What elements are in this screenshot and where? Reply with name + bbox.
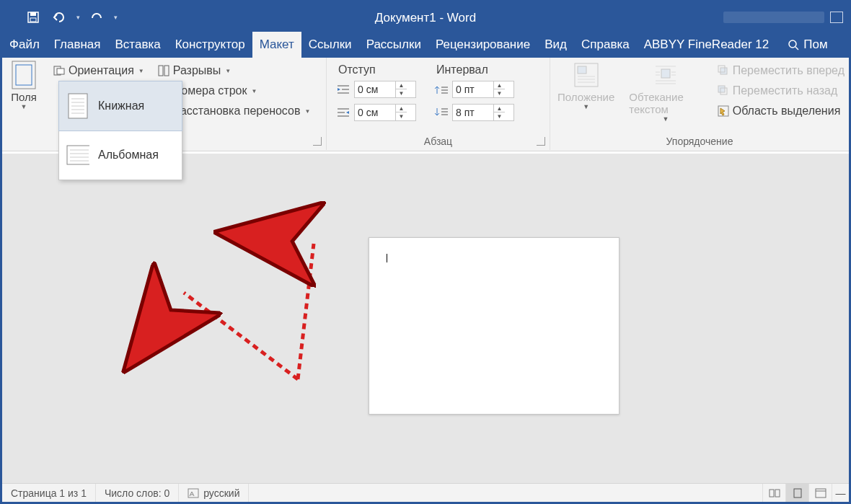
spacing-before-input[interactable] <box>453 84 493 95</box>
group-paragraph: Отступ ▲▼ ▲▼ Интервал <box>327 58 550 150</box>
breaks-button[interactable]: Разрывы ▼ <box>153 61 315 81</box>
landscape-icon <box>66 141 89 169</box>
svg-rect-44 <box>718 86 725 92</box>
margins-button[interactable]: Поля ▼ <box>2 58 45 121</box>
page-setup-launcher[interactable] <box>313 137 322 146</box>
view-web-layout[interactable] <box>808 484 832 503</box>
tab-file[interactable]: Файл <box>2 32 47 58</box>
chevron-down-icon: ▼ <box>225 68 231 74</box>
status-language-label: русский <box>203 487 239 499</box>
svg-rect-61 <box>770 490 774 497</box>
undo-icon[interactable] <box>50 8 69 27</box>
tab-abbyy[interactable]: ABBYY FineReader 12 <box>637 32 777 58</box>
portrait-icon <box>66 92 89 120</box>
landscape-label: Альбомная <box>98 149 159 162</box>
spin-down-icon[interactable]: ▼ <box>494 112 505 120</box>
tab-mailings[interactable]: Рассылки <box>359 32 428 58</box>
position-label: Положение <box>557 91 614 103</box>
indent-left-input[interactable] <box>355 84 395 95</box>
chevron-down-icon: ▼ <box>663 115 669 123</box>
status-bar: Страница 1 из 1 Число слов: 0 русский — <box>2 483 849 502</box>
svg-rect-42 <box>720 68 727 74</box>
wrap-text-label: Обтекание текстом <box>629 91 702 115</box>
document-area[interactable] <box>2 154 849 483</box>
svg-rect-60 <box>188 489 198 498</box>
titlebar-right <box>723 12 849 23</box>
position-button: Положение ▼ <box>550 58 622 123</box>
selection-pane-label: Область выделения <box>733 105 841 118</box>
paragraph-launcher[interactable] <box>537 137 545 146</box>
spacing-before-icon <box>433 81 449 97</box>
selection-pane-icon <box>717 105 730 118</box>
tab-design[interactable]: Конструктор <box>168 32 252 58</box>
spacing-after-icon <box>433 105 449 120</box>
spacing-before-spinner[interactable]: ▲▼ <box>452 81 514 98</box>
zoom-out[interactable]: — <box>832 484 849 503</box>
spin-up-icon[interactable]: ▲ <box>396 105 407 112</box>
orientation-portrait-item[interactable]: Книжная <box>58 81 182 131</box>
spin-down-icon[interactable]: ▼ <box>494 89 505 97</box>
status-right: — <box>762 484 849 503</box>
proofing-icon <box>188 488 199 498</box>
tell-me[interactable]: Пом <box>780 32 834 58</box>
send-backward-button: Переместить назад <box>713 81 849 101</box>
redo-icon[interactable] <box>87 8 106 27</box>
chevron-down-icon: ▼ <box>583 103 589 110</box>
spin-down-icon[interactable]: ▼ <box>396 89 407 97</box>
svg-rect-2 <box>30 18 36 22</box>
ribbon: Поля ▼ Ориентация ▼ <box>2 58 849 151</box>
spacing-after-spinner[interactable]: ▲▼ <box>452 104 514 121</box>
orientation-landscape-item[interactable]: Альбомная <box>59 131 182 180</box>
page[interactable] <box>369 237 619 415</box>
indent-right-spinner[interactable]: ▲▼ <box>354 104 416 121</box>
ribbon-display-icon[interactable] <box>830 12 843 23</box>
chevron-down-icon: ▼ <box>138 68 144 74</box>
tab-review[interactable]: Рецензирование <box>428 32 537 58</box>
bring-forward-button: Переместить вперед <box>713 61 849 81</box>
tab-insert[interactable]: Вставка <box>108 32 168 58</box>
status-page[interactable]: Страница 1 из 1 <box>2 484 96 502</box>
save-icon[interactable] <box>24 8 43 27</box>
svg-rect-1 <box>30 12 36 16</box>
breaks-label: Разрывы <box>173 64 221 77</box>
send-backward-icon <box>717 84 730 97</box>
svg-rect-64 <box>816 489 826 498</box>
orientation-button[interactable]: Ориентация ▼ <box>48 61 149 81</box>
wrap-text-button: Обтекание текстом ▼ <box>622 58 709 123</box>
margins-icon <box>9 61 38 89</box>
view-read-mode[interactable] <box>762 484 785 503</box>
arrange-group-label: Упорядочение <box>550 136 849 147</box>
position-icon <box>572 61 601 89</box>
svg-rect-63 <box>794 489 801 498</box>
qat-dropdown-icon[interactable]: ▾ <box>76 14 80 21</box>
spin-up-icon[interactable]: ▲ <box>494 81 505 89</box>
spin-up-icon[interactable]: ▲ <box>396 81 407 89</box>
margins-label: Поля <box>11 91 37 103</box>
selection-pane-button[interactable]: Область выделения <box>713 101 849 121</box>
svg-rect-8 <box>57 68 64 74</box>
send-backward-label: Переместить назад <box>733 84 838 97</box>
spacing-after-input[interactable] <box>453 107 493 118</box>
tab-view[interactable]: Вид <box>537 32 574 58</box>
tab-help[interactable]: Справка <box>574 32 637 58</box>
breaks-icon <box>157 64 170 77</box>
line-numbers-label: Номера строк <box>173 84 247 97</box>
tab-layout[interactable]: Макет <box>252 32 301 58</box>
status-word-count[interactable]: Число слов: 0 <box>96 484 179 502</box>
tab-references[interactable]: Ссылки <box>301 32 359 58</box>
svg-line-4 <box>795 47 798 50</box>
indent-right-input[interactable] <box>355 107 395 118</box>
view-print-layout[interactable] <box>785 484 808 503</box>
ribbon-tabs: Файл Главная Вставка Конструктор Макет С… <box>2 32 849 58</box>
orientation-icon <box>53 64 66 77</box>
orientation-label: Ориентация <box>69 64 134 77</box>
group-arrange: Положение ▼ Обтекание текстом ▼ Перемест… <box>550 58 849 150</box>
tab-home[interactable]: Главная <box>47 32 108 58</box>
status-language[interactable]: русский <box>179 484 249 502</box>
spin-up-icon[interactable]: ▲ <box>494 105 505 112</box>
indent-left-spinner[interactable]: ▲▼ <box>354 81 416 98</box>
qat-customize-icon[interactable]: ▾ <box>113 14 118 21</box>
hyphenation-label: Расстановка переносов <box>173 105 301 118</box>
spin-down-icon[interactable]: ▼ <box>396 112 407 120</box>
bring-forward-label: Переместить вперед <box>733 64 845 77</box>
